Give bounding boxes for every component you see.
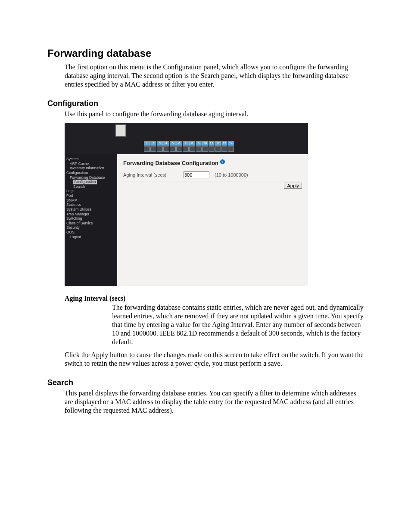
aging-interval-input[interactable] — [184, 171, 209, 178]
port-num: 9 — [196, 141, 202, 146]
port-num: 5 — [170, 141, 176, 146]
nav-item[interactable]: Port — [66, 193, 115, 198]
embedded-screenshot: 1234567891011121314 SystemARP CacheInven… — [65, 123, 364, 286]
nav-item[interactable]: Switching — [66, 216, 115, 221]
apply-button[interactable]: Apply — [284, 183, 302, 189]
nav-item[interactable]: Trap Manager — [66, 212, 115, 217]
aging-interval-term: Aging Interval (secs) — [65, 295, 364, 302]
panel-title-text: Forwarding Database Configuration — [123, 160, 218, 166]
nav-item[interactable]: Forwarding Database — [66, 175, 115, 180]
port-num: 8 — [189, 141, 195, 146]
nav-item[interactable]: SNMP — [66, 198, 115, 203]
nav-item[interactable]: Security — [66, 225, 115, 230]
port-num: 1 — [144, 141, 150, 146]
port-box — [170, 146, 176, 152]
port-box — [183, 146, 189, 152]
port-box — [176, 146, 182, 152]
port-box — [150, 146, 156, 152]
help-icon[interactable]: ? — [220, 159, 225, 164]
port-num: 3 — [157, 141, 163, 146]
aging-interval-label: Aging Interval (secs) — [123, 172, 184, 177]
port-box — [221, 146, 227, 152]
intro-paragraph: The first option on this menu is the Con… — [65, 63, 364, 89]
port-num: 12 — [215, 141, 221, 146]
port-num: 4 — [163, 141, 169, 146]
screenshot-header: 1234567891011121314 — [65, 123, 308, 154]
nav-item[interactable]: Logout — [66, 235, 115, 240]
port-box — [189, 146, 195, 152]
port-num: 10 — [202, 141, 208, 146]
nav-item[interactable]: Logs — [66, 189, 115, 193]
heading-forwarding-database: Forwarding database — [47, 47, 364, 59]
nav-item[interactable]: Search — [66, 184, 115, 189]
port-box-strip — [144, 146, 234, 152]
port-num: 14 — [228, 141, 234, 146]
port-box — [209, 146, 215, 152]
heading-configuration: Configuration — [47, 99, 364, 108]
nav-item[interactable]: System — [66, 157, 115, 162]
port-num: 2 — [150, 141, 156, 146]
aging-interval-hint: (10 to 1000000) — [215, 172, 248, 177]
nav-item[interactable]: Configuration — [66, 171, 115, 175]
nav-item[interactable]: Configuration — [73, 180, 97, 184]
nav-item[interactable]: System Utilities — [66, 207, 115, 212]
nav-item[interactable]: Class of Service — [66, 221, 115, 226]
apply-note: Click the Apply button to cause the chan… — [65, 351, 364, 368]
port-num: 13 — [221, 141, 227, 146]
heading-search: Search — [47, 378, 364, 387]
port-box — [144, 146, 150, 152]
nav-tree: SystemARP CacheInventory InformationConf… — [65, 154, 117, 286]
device-logo-icon — [115, 124, 126, 137]
port-box — [202, 146, 208, 152]
port-box — [196, 146, 202, 152]
main-panel: Forwarding Database Configuration ? Agin… — [117, 154, 308, 286]
nav-item[interactable]: Inventory Information — [66, 166, 115, 171]
port-box — [157, 146, 163, 152]
aging-interval-definition: The forwarding database contains static … — [112, 303, 364, 346]
search-paragraph: This panel displays the forwarding datab… — [65, 389, 364, 415]
port-box — [215, 146, 221, 152]
panel-title: Forwarding Database Configuration ? — [123, 159, 302, 166]
nav-item[interactable]: ARP Cache — [66, 162, 115, 166]
port-number-strip: 1234567891011121314 — [144, 141, 234, 146]
nav-item[interactable]: Statistics — [66, 202, 115, 207]
port-box — [163, 146, 169, 152]
port-num: 11 — [209, 141, 215, 146]
nav-item[interactable]: QOS — [66, 230, 115, 235]
port-num: 6 — [176, 141, 182, 146]
port-num: 7 — [183, 141, 189, 146]
configuration-paragraph: Use this panel to configure the forwardi… — [65, 110, 364, 118]
port-box — [228, 146, 234, 152]
